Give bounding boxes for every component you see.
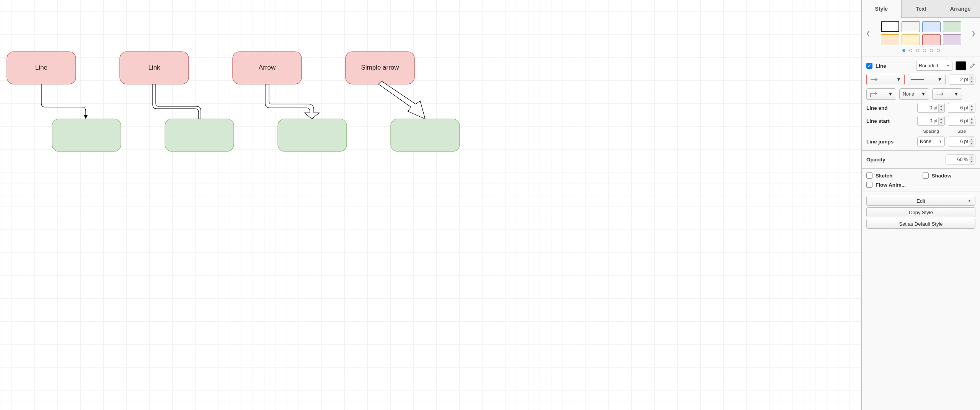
- line-color-chip[interactable]: [956, 61, 966, 70]
- palette-swatch-0[interactable]: [881, 21, 899, 32]
- node-line[interactable]: Line: [7, 52, 76, 84]
- svg-rect-3: [165, 119, 234, 151]
- flow-anim-checkbox[interactable]: [866, 182, 872, 188]
- copy-style-button[interactable]: Copy Style: [866, 207, 975, 217]
- line-start-select[interactable]: None ▼: [899, 88, 929, 100]
- target-link[interactable]: [165, 119, 234, 151]
- line-label: Line: [876, 63, 886, 69]
- svg-rect-7: [391, 119, 460, 151]
- flow-anim-label: Flow Anim...: [876, 182, 906, 188]
- palette-pager: [862, 45, 980, 57]
- target-arrow[interactable]: [278, 119, 347, 151]
- waypoint-select[interactable]: ▼: [866, 88, 896, 100]
- palette-swatch-2[interactable]: [922, 21, 941, 32]
- palette-dot-3[interactable]: [916, 49, 919, 52]
- node-link-label: Link: [148, 64, 160, 71]
- line-end-select[interactable]: ▼: [932, 88, 962, 100]
- style-palette: [872, 21, 970, 45]
- line-start-label: Line start: [866, 118, 914, 124]
- diagram-canvas[interactable]: Line Link Arrow Simple arrow: [0, 0, 861, 410]
- sketch-label: Sketch: [876, 173, 892, 179]
- tab-style[interactable]: Style: [862, 0, 902, 18]
- palette-swatch-5[interactable]: [902, 34, 920, 45]
- line-jumps-size[interactable]: 6 pt▲▼: [948, 137, 975, 146]
- line-jumps-select[interactable]: None▼: [917, 137, 945, 146]
- svg-rect-1: [52, 119, 121, 151]
- palette-dot-1[interactable]: [902, 49, 905, 52]
- opacity-label: Opacity: [866, 157, 942, 163]
- tab-text[interactable]: Text: [902, 0, 941, 18]
- palette-swatch-4[interactable]: [881, 34, 899, 45]
- sketch-checkbox[interactable]: [866, 172, 872, 179]
- node-simple-arrow-label: Simple arrow: [361, 64, 399, 71]
- shadow-checkbox[interactable]: [923, 172, 929, 179]
- line-style-select[interactable]: Rounded▼: [916, 61, 952, 71]
- shadow-label: Shadow: [932, 173, 952, 179]
- edit-style-button[interactable]: Edit▼: [866, 196, 975, 206]
- arrowhead-line: [84, 115, 88, 119]
- connection-type-select[interactable]: ▼: [866, 74, 905, 85]
- svg-rect-5: [278, 119, 347, 151]
- palette-swatch-6[interactable]: [922, 34, 941, 45]
- palette-next[interactable]: ❯: [970, 30, 977, 36]
- set-default-style-button[interactable]: Set as Default Style: [866, 219, 975, 229]
- palette-swatch-3[interactable]: [943, 21, 961, 32]
- node-arrow-label: Arrow: [259, 64, 276, 71]
- opacity-input[interactable]: 60 %▲▼: [946, 155, 975, 164]
- line-start-size[interactable]: 6 pt▲▼: [948, 116, 975, 126]
- line-end-spacing[interactable]: 0 pt▲▼: [917, 103, 945, 113]
- target-line[interactable]: [52, 119, 121, 151]
- line-end-label: Line end: [866, 105, 914, 111]
- spacing-header: Spacing: [917, 129, 945, 133]
- line-width-input[interactable]: 2 pt ▲▼: [949, 75, 975, 85]
- edge-link[interactable]: [153, 84, 201, 119]
- eyedropper-icon[interactable]: [969, 61, 975, 70]
- line-jumps-label: Line jumps: [866, 139, 914, 145]
- edge-arrow[interactable]: [265, 84, 319, 119]
- size-header: Size: [948, 129, 975, 133]
- node-simple-arrow[interactable]: Simple arrow: [346, 52, 414, 84]
- palette-swatch-7[interactable]: [943, 34, 961, 45]
- palette-dot-6[interactable]: [937, 49, 940, 52]
- svg-point-10: [870, 96, 871, 97]
- palette-prev[interactable]: ❮: [865, 30, 872, 36]
- palette-dot-5[interactable]: [930, 49, 933, 52]
- target-simple-arrow[interactable]: [391, 119, 460, 151]
- line-end-size[interactable]: 6 pt▲▼: [948, 103, 975, 113]
- tab-arrange[interactable]: Arrange: [941, 0, 980, 18]
- edge-simple-arrow[interactable]: [378, 81, 425, 119]
- palette-swatch-1[interactable]: [902, 21, 920, 32]
- node-line-label: Line: [35, 64, 47, 71]
- node-arrow[interactable]: Arrow: [233, 52, 302, 84]
- line-pattern-select[interactable]: ▼: [908, 74, 946, 85]
- palette-dot-4[interactable]: [923, 49, 926, 52]
- palette-dot-2[interactable]: [909, 49, 912, 52]
- format-sidebar: Style Text Arrange ❮ ❯ Line Rounded▼: [861, 0, 980, 410]
- line-checkbox[interactable]: [866, 63, 872, 69]
- node-link[interactable]: Link: [120, 52, 189, 84]
- edge-line[interactable]: [41, 84, 86, 116]
- line-start-spacing[interactable]: 0 pt▲▼: [917, 116, 945, 126]
